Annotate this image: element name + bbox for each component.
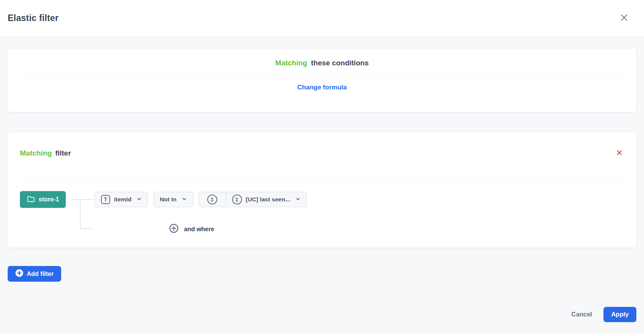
value-dropdown[interactable]: Σ [UC] last seen... <box>226 192 306 207</box>
sigma-icon: Σ <box>232 195 242 204</box>
field-dropdown[interactable]: T itemId <box>94 192 148 207</box>
chevron-down-icon <box>296 196 300 203</box>
formula-title-highlight: Matching <box>275 59 307 67</box>
sigma-icon: Σ <box>207 195 217 204</box>
filter-builder: store-1 T itemId <box>20 191 624 235</box>
aggregate-function-button[interactable]: Σ <box>199 192 226 207</box>
and-where-button[interactable]: and where <box>169 224 214 235</box>
filter-title-rest: filter <box>55 149 71 157</box>
add-filter-label: Add filter <box>27 271 54 277</box>
add-filter-button[interactable]: Add filter <box>8 266 61 282</box>
value-compound-control: Σ Σ [UC] last seen... <box>198 192 307 207</box>
operator-dropdown[interactable]: Not In <box>153 192 193 207</box>
apply-button[interactable]: Apply <box>603 307 636 322</box>
plus-circle-icon <box>169 224 179 235</box>
chevron-down-icon <box>182 196 187 203</box>
cancel-button[interactable]: Cancel <box>571 311 592 318</box>
field-dropdown-label: itemId <box>114 196 132 203</box>
close-button[interactable] <box>618 12 630 24</box>
operator-dropdown-label: Not In <box>160 196 177 203</box>
remove-filter-button[interactable] <box>614 148 624 158</box>
modal-header: Elastic filter <box>0 0 644 36</box>
close-icon <box>620 13 628 23</box>
folder-icon <box>27 195 35 204</box>
connector-line <box>72 199 94 200</box>
store-chip[interactable]: store-1 <box>20 191 66 208</box>
condition-group: T itemId Not In <box>94 192 307 207</box>
elastic-filter-modal: Elastic filter Matching these conditions… <box>0 0 644 282</box>
modal-footer: Cancel Apply <box>0 294 644 334</box>
chevron-down-icon <box>137 196 141 203</box>
store-chip-label: store-1 <box>39 196 59 203</box>
condition-row: T itemId Not In <box>94 192 307 207</box>
value-dropdown-label: [UC] last seen... <box>246 196 290 203</box>
filter-card-divider <box>20 178 624 178</box>
filter-card: Matching filter <box>8 132 636 248</box>
formula-card-title: Matching these conditions <box>20 49 624 67</box>
filter-card-title: Matching filter <box>20 149 71 157</box>
connector-line <box>80 228 92 229</box>
formula-card: Matching these conditions Change formula <box>8 49 636 112</box>
modal-body: Matching these conditions Change formula… <box>0 36 644 282</box>
plus-circle-filled-icon <box>15 269 23 279</box>
change-formula-button[interactable]: Change formula <box>297 84 346 91</box>
remove-filter-icon <box>616 150 622 157</box>
and-where-label: and where <box>184 226 214 233</box>
filter-title-highlight: Matching <box>20 149 52 157</box>
connector-line <box>80 199 81 229</box>
modal-title: Elastic filter <box>8 13 59 23</box>
text-type-icon: T <box>101 195 110 204</box>
formula-card-divider <box>20 75 624 75</box>
filter-card-header: Matching filter <box>20 132 624 158</box>
formula-title-rest: these conditions <box>311 59 369 67</box>
